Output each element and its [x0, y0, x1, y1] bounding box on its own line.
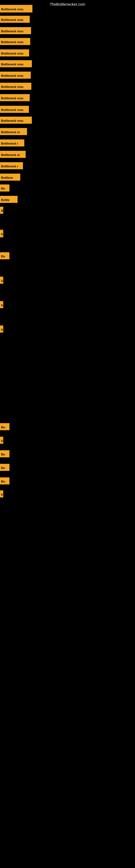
bar-label: Bo: [0, 464, 9, 471]
bar-item: Bottleneck resu: [0, 5, 32, 12]
bar-label: Bottleneck resu: [0, 38, 30, 45]
bar-item: Bottleneck resu: [0, 16, 30, 23]
bar-item: Bo: [0, 423, 9, 430]
bar-item: b: [0, 490, 3, 497]
bar-label: Bottleneck r: [0, 162, 23, 169]
bar-item: Bottleneck resu: [0, 60, 32, 67]
bar-item: Bo: [0, 184, 9, 191]
bar-item: Bottleneck resu: [0, 27, 31, 34]
bar-item: Bottle: [0, 196, 17, 203]
bar-item: Bo: [0, 450, 9, 457]
bar-label: Bottleneck resu: [0, 106, 29, 113]
bar-label: Bottle: [0, 196, 17, 203]
bar-label: Bo: [0, 252, 9, 259]
bar-label: Bottleneck re: [0, 151, 26, 158]
bar-item: b: [0, 301, 3, 308]
bar-label: Bottleneck resu: [0, 5, 32, 12]
bar-item: Bottleneck r: [0, 140, 24, 147]
bar-label: b: [0, 490, 3, 497]
bar-item: Bottleneck resu: [0, 72, 31, 79]
bar-label: Bottleneck resu: [0, 83, 31, 90]
bar-label: Bottleneck r: [0, 140, 24, 147]
bar-item: Bo: [0, 477, 9, 485]
bar-item: Bottleneck resu: [0, 106, 29, 113]
bar-label: Bo: [0, 450, 9, 457]
bar-label: b: [0, 301, 3, 308]
bar-label: Bottleneck resu: [0, 27, 31, 34]
bar-label: b: [0, 326, 3, 333]
bar-item: Bottleneck resu: [0, 38, 30, 45]
bar-label: b: [0, 230, 3, 237]
bar-item: Bottleneck resu: [0, 117, 32, 124]
bar-label: Bo: [0, 423, 9, 430]
bar-item: Bo: [0, 464, 9, 471]
bar-item: B: [0, 207, 3, 214]
bar-item: Bo: [0, 252, 9, 259]
bar-label: Bottlene: [0, 174, 20, 181]
bar-label: Bo: [0, 477, 9, 485]
bar-label: Bottleneck resu: [0, 94, 30, 101]
bar-item: Bottleneck r: [0, 162, 23, 169]
bar-label: Bottleneck resu: [0, 117, 32, 124]
bar-label: Bottleneck resu: [0, 60, 32, 67]
bar-item: b: [0, 437, 3, 444]
bar-label: Bottleneck resu: [0, 72, 31, 79]
bar-item: Bottlene: [0, 174, 20, 181]
bar-label: B: [0, 207, 3, 214]
bar-item: Bottleneck re: [0, 128, 27, 135]
bar-label: Bottleneck resu: [0, 16, 30, 23]
bar-item: Bottleneck resu: [0, 94, 30, 101]
bar-item: b: [0, 326, 3, 333]
bar-label: Bo: [0, 184, 9, 191]
bar-item: b: [0, 277, 3, 284]
bar-label: Bottleneck resu: [0, 50, 29, 56]
bar-item: Bottleneck resu: [0, 83, 31, 90]
bar-item: Bottleneck re: [0, 151, 26, 158]
bar-item: Bottleneck resu: [0, 50, 29, 56]
bar-label: Bottleneck re: [0, 128, 27, 135]
bar-label: b: [0, 437, 3, 444]
bar-label: b: [0, 277, 3, 284]
bar-item: b: [0, 230, 3, 237]
